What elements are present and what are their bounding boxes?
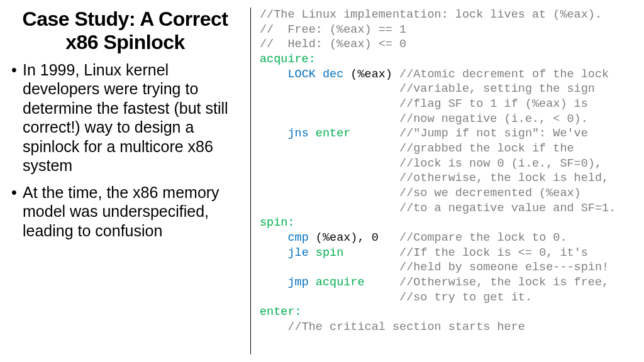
code-instruction: jns xyxy=(287,127,308,140)
code-comment: //so try to get it. xyxy=(399,291,532,304)
code-label: enter: xyxy=(260,305,302,319)
code-comment: //Compare the lock to 0. xyxy=(399,231,567,244)
code-comment: // Free: (%eax) == 1 xyxy=(260,23,406,36)
code-comment: //"Jump if not sign": We've xyxy=(399,127,588,140)
code-target: acquire xyxy=(316,276,365,289)
code-instruction: LOCK dec xyxy=(287,68,343,81)
code-comment: //flag SF to 1 if (%eax) is xyxy=(399,97,588,111)
code-instruction: cmp xyxy=(287,231,308,244)
code-comment: //now negative (i.e., < 0). xyxy=(399,112,588,126)
code-instruction: jle xyxy=(287,246,308,260)
left-column: Case Study: A Correct x86 Spinlock In 19… xyxy=(11,8,250,354)
code-comment: //held by someone else---spin! xyxy=(399,261,609,274)
code-target: spin xyxy=(316,246,343,260)
code-comma: , xyxy=(357,231,364,244)
code-instruction: jmp xyxy=(287,276,308,289)
bullet-item: At the time, the x86 memory model was un… xyxy=(23,183,239,241)
code-comment: //The critical section starts here xyxy=(287,321,525,334)
code-comment: //grabbed the lock if the xyxy=(399,142,574,155)
code-comment: //variable, setting the sign xyxy=(399,82,595,96)
code-comment: //so we decremented (%eax) xyxy=(399,187,581,200)
code-block: //The Linux implementation: lock lives a… xyxy=(251,8,633,354)
bullet-item: In 1999, Linux kernel developers were tr… xyxy=(23,60,239,175)
code-comment: //otherwise, the lock is held, xyxy=(399,172,609,185)
code-operand: (%eax) xyxy=(316,231,358,244)
bullet-list: In 1999, Linux kernel developers were tr… xyxy=(11,60,239,241)
code-comment: //Otherwise, the lock is free, xyxy=(399,276,609,289)
code-operand: (%eax) xyxy=(350,68,392,81)
code-literal: 0 xyxy=(372,231,379,244)
code-comment: //to a negative value and SF=1. xyxy=(399,202,616,215)
code-comment: //lock is now 0 (i.e., SF=0), xyxy=(399,157,602,170)
code-comment: //Atomic decrement of the lock xyxy=(399,68,609,81)
code-comment: //The Linux implementation: lock lives a… xyxy=(260,8,602,21)
code-comment: //If the lock is <= 0, it's xyxy=(399,246,588,260)
code-label: acquire: xyxy=(260,53,316,66)
code-target: enter xyxy=(316,127,351,140)
slide-title: Case Study: A Correct x86 Spinlock xyxy=(11,8,239,54)
code-label: spin: xyxy=(260,216,295,229)
code-comment: // Held: (%eax) <= 0 xyxy=(260,38,406,51)
